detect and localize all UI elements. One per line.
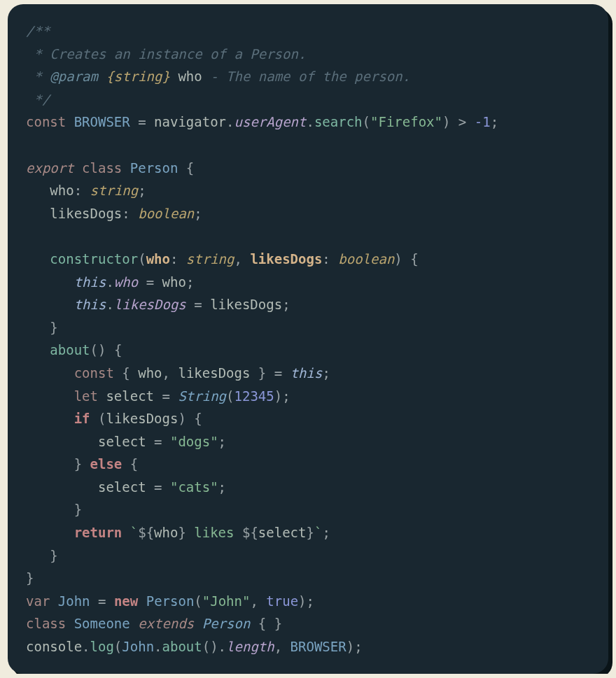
- jsdoc-param: who: [178, 69, 202, 84]
- class-person: Person: [130, 160, 178, 176]
- kw-const: const: [26, 114, 66, 129]
- code-editor-panel: /** * Creates an instance of a Person. *…: [8, 4, 608, 674]
- jsdoc-type: {string}: [106, 69, 170, 84]
- ident-browser: BROWSER: [74, 114, 130, 129]
- kw-class: class: [82, 160, 122, 176]
- method-about: about: [50, 342, 90, 358]
- kw-export: export: [26, 160, 74, 176]
- jsdoc-desc: - The name of the person.: [210, 69, 410, 84]
- jsdoc-tag: @param: [50, 69, 98, 84]
- jsdoc-close: */: [26, 92, 50, 107]
- jsdoc-open: /**: [26, 23, 50, 38]
- code-block: /** * Creates an instance of a Person. *…: [26, 20, 608, 658]
- jsdoc-line1: * Creates an instance of a Person.: [26, 46, 306, 62]
- method-constructor: constructor: [50, 251, 138, 267]
